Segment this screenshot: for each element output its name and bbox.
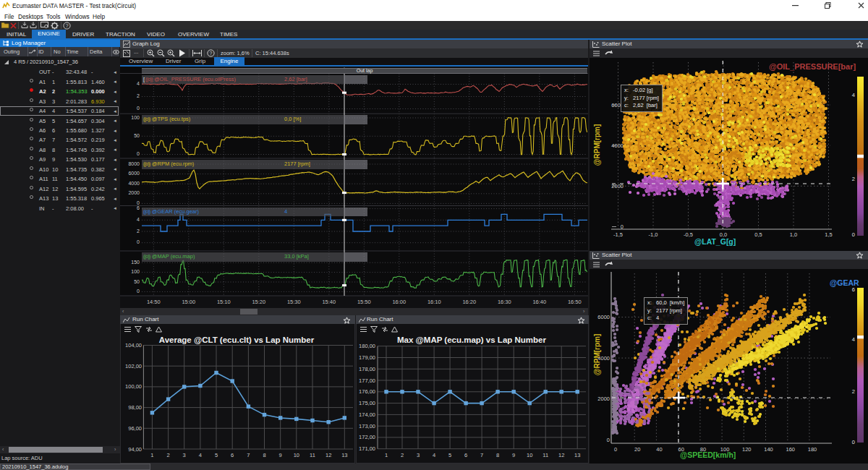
svg-text:?: ? xyxy=(210,51,213,56)
svg-text:?: ? xyxy=(65,22,68,29)
